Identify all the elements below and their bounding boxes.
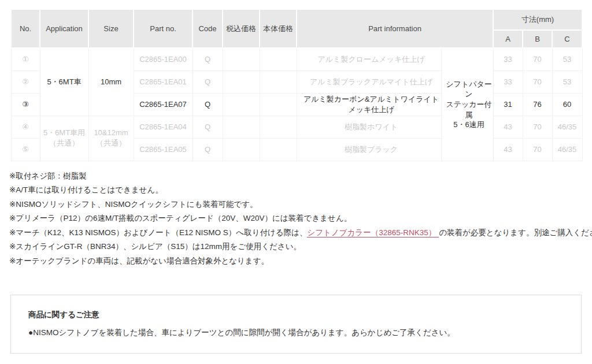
shift-pattern-line3: 5・6速用 [445, 120, 493, 130]
note-solid-shift: ※NISMOソリッドシフト、NISMOクイックシフトにも装着可能です。 [9, 198, 582, 212]
size-common-line1: 10&12mm [89, 128, 134, 138]
shift-pattern-line2: ステッカー付属 [445, 99, 493, 120]
parts-table: No. Application Size Part no. Code 税込価格 … [10, 9, 583, 161]
cell-no: ① [11, 48, 40, 70]
col-header-dim-b: B [523, 30, 552, 48]
col-header-application: Application [40, 9, 88, 48]
cell-dim-b: 70 [523, 138, 552, 161]
cell-dim-b: 70 [523, 116, 552, 138]
table-row-4: ④ 5・6MT車用 （共通） 10&12mm （共通） C2865-1EA04 … [11, 116, 582, 138]
cell-code: Q [193, 48, 223, 70]
notes-section: ※取付ネジ部：樹脂製 ※A/T車には取り付けることはできません。 ※NISMOソ… [9, 169, 582, 269]
product-notice-box: 商品に関するご注意 ●NISMOシフトノブを装着した場合、車によりブーツとの間に… [10, 295, 582, 354]
col-header-tax-price: 税込価格 [223, 9, 260, 48]
cell-dim-b: 70 [523, 48, 552, 70]
note-march-note: ※マーチ（K12、K13 NISMOS）およびノート（E12 NISMO S）へ… [9, 226, 582, 240]
cell-no: ⑤ [11, 138, 40, 161]
page: No. Application Size Part no. Code 税込価格 … [0, 0, 592, 364]
cell-application-common: 5・6MT車用 （共通） [40, 116, 88, 161]
cell-base-price [260, 48, 297, 70]
col-header-base-price: 本体価格 [260, 9, 297, 48]
col-header-part-information: Part information [297, 9, 493, 48]
cell-base-price [260, 116, 297, 138]
cell-size-10mm: 10mm [88, 48, 134, 116]
cell-code: Q [193, 70, 223, 93]
cell-shift-pattern-note: シフトパターン ステッカー付属 5・6速用 [441, 48, 493, 161]
cell-tax-price [223, 70, 260, 93]
cell-dim-a: 33 [493, 48, 523, 70]
cell-base-price [260, 70, 297, 93]
cell-part-information: アルミ製クロームメッキ仕上げ [297, 48, 441, 70]
cell-application-mt: 5・6MT車 [40, 48, 88, 116]
shift-pattern-line1: シフトパターン [445, 79, 493, 99]
col-header-part-no: Part no. [134, 9, 193, 48]
size-common-line2: （共通） [89, 138, 134, 148]
cell-part-no: C2865-1EA05 [134, 138, 193, 161]
application-common-line1: 5・6MT車用 [40, 128, 88, 138]
col-header-dim-c: C [552, 30, 582, 48]
cell-dim-a: 33 [493, 70, 523, 93]
cell-dim-c: 46/35 [552, 138, 582, 161]
cell-no: ② [11, 70, 40, 93]
cell-part-information: 樹脂製ホワイト [297, 116, 441, 138]
cell-no: ④ [11, 116, 40, 138]
cell-dim-a: 43 [493, 138, 523, 161]
col-header-no: No. [11, 9, 40, 48]
cell-dim-a: 43 [493, 116, 523, 138]
cell-dim-a: 31 [493, 93, 523, 116]
col-header-size: Size [88, 9, 134, 48]
cell-dim-c: 53 [552, 70, 582, 93]
cell-tax-price [223, 116, 260, 138]
note-primera: ※プリメーラ（P12）の6速M/T搭載のスポーティグレード（20V、W20V）に… [9, 211, 582, 226]
cell-code: Q [193, 138, 223, 161]
note-skyline-silvia: ※スカイラインGT-R（BNR34）、シルビア（S15）は12mm用をご使用くだ… [9, 240, 582, 254]
cell-code: Q [193, 93, 223, 116]
cell-part-no: C2865-1EA07 [134, 93, 193, 116]
cell-dim-c: 46/35 [552, 116, 582, 138]
cell-dim-b: 70 [523, 70, 552, 93]
shift-knob-collar-link[interactable]: シフトノブカラー（32865-RNK35） [307, 228, 439, 237]
note-at-car: ※A/T車には取り付けることはできません。 [9, 183, 582, 198]
col-header-code: Code [193, 9, 223, 48]
cell-no: ③ [11, 93, 40, 116]
notice-title: 商品に関するご注意 [28, 310, 564, 320]
cell-part-no: C2865-1EA00 [134, 48, 193, 70]
col-header-dim-a: A [493, 30, 523, 48]
note-mounting-screw: ※取付ネジ部：樹脂製 [9, 169, 582, 184]
table-row-1: ① 5・6MT車 10mm C2865-1EA00 Q アルミ製クロームメッキ仕… [11, 48, 582, 70]
cell-part-information: アルミ製ブラックアルマイト仕上げ [297, 70, 441, 93]
note-march-suffix: の装着が必要となります。別途ご購入ください。 [439, 228, 592, 237]
cell-size-common: 10&12mm （共通） [88, 116, 134, 161]
cell-base-price [260, 93, 297, 116]
cell-tax-price [223, 138, 260, 161]
cell-part-information: 樹脂製ブラック [297, 138, 441, 161]
cell-tax-price [223, 48, 260, 70]
cell-part-no: C2865-1EA04 [134, 116, 193, 138]
application-common-line2: （共通） [40, 138, 88, 148]
cell-base-price [260, 138, 297, 161]
col-header-dimensions: 寸法(mm) [493, 9, 582, 30]
note-march-prefix: ※マーチ（K12、K13 NISMOS）およびノート（E12 NISMO S）へ… [9, 228, 307, 237]
cell-part-information: アルミ製カーボン&アルミトワイライトメッキ仕上げ [297, 93, 441, 116]
header-row-1: No. Application Size Part no. Code 税込価格 … [11, 9, 582, 30]
cell-dim-c: 60 [552, 93, 582, 116]
cell-tax-price [223, 93, 260, 116]
cell-dim-c: 53 [552, 48, 582, 70]
cell-part-no: C2865-1EA01 [134, 70, 193, 93]
notice-bullet: ●NISMOシフトノブを装着した場合、車によりブーツとの間に隙間が開く場合があり… [28, 328, 564, 338]
cell-code: Q [193, 116, 223, 138]
cell-dim-b: 76 [523, 93, 552, 116]
note-autech: ※オーテックブランドの車両は、記載がない場合適合対象外となります。 [9, 254, 582, 269]
